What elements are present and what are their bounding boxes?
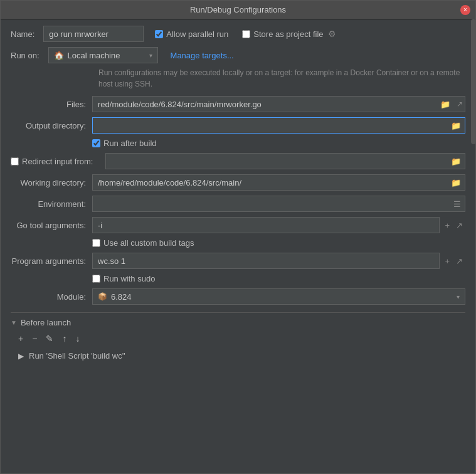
store-project-file-label[interactable]: Store as project file ⚙: [242, 29, 336, 39]
go-tool-input[interactable]: [98, 221, 436, 230]
working-dir-folder-icon[interactable]: 📁: [450, 178, 462, 187]
program-args-row: Program arguments: + ↗: [11, 253, 465, 269]
redirect-label-group: Redirect input from:: [11, 157, 99, 166]
name-label: Name:: [11, 29, 38, 39]
run-after-build-text: Run after build: [103, 139, 157, 148]
files-label: Files:: [11, 100, 92, 109]
run-on-row: Run on: 🏠 Local machine ▾ Manage targets…: [11, 47, 465, 63]
home-icon: 🏠: [54, 51, 64, 60]
run-after-build-checkbox[interactable]: [92, 139, 100, 147]
run-debug-configurations-window: Run/Debug Configurations × Name: Allow p…: [0, 0, 476, 474]
go-tool-add-icon[interactable]: +: [442, 219, 452, 231]
redirect-label: Redirect input from:: [22, 157, 93, 166]
launch-item[interactable]: ▶ Run 'Shell Script 'build wc'': [16, 350, 465, 362]
launch-item-label: Run 'Shell Script 'build wc'': [29, 351, 125, 361]
name-row: Name: Allow parallel run Store as projec…: [11, 26, 465, 42]
environment-input-wrapper[interactable]: ☰: [92, 196, 465, 212]
run-on-label: Run on:: [11, 51, 43, 60]
title-bar: Run/Debug Configurations ×: [1, 1, 475, 19]
redirect-input-wrapper[interactable]: 📁: [105, 153, 465, 169]
custom-build-tags-label[interactable]: Use all custom build tags: [92, 238, 465, 248]
go-tool-btns: + ↗: [442, 219, 465, 231]
before-launch-move-down-btn[interactable]: ↓: [73, 332, 82, 345]
program-args-label: Program arguments:: [11, 256, 92, 266]
name-input[interactable]: [43, 26, 144, 42]
go-tool-expand-icon[interactable]: ↗: [453, 219, 465, 231]
run-on-dropdown[interactable]: 🏠 Local machine ▾: [48, 47, 158, 63]
go-tool-label: Go tool arguments:: [11, 221, 92, 230]
output-dir-label: Output directory:: [11, 121, 92, 130]
output-dir-row: Output directory: 📁: [11, 117, 465, 134]
files-row: Files: 📁 ↗: [11, 96, 465, 112]
allow-parallel-label: Allow parallel run: [166, 29, 228, 39]
dropdown-arrow-icon: ▾: [149, 52, 152, 59]
custom-build-tags-row: Use all custom build tags: [92, 238, 465, 248]
run-after-build-row: Run after build: [92, 139, 465, 148]
before-launch-add-btn[interactable]: +: [16, 332, 26, 345]
working-dir-row: Working directory: 📁: [11, 174, 465, 191]
allow-parallel-checkbox[interactable]: [155, 30, 163, 38]
redirect-input[interactable]: [111, 157, 450, 166]
before-launch-edit-btn[interactable]: ✎: [43, 332, 56, 345]
custom-build-tags-checkbox[interactable]: [92, 239, 100, 247]
custom-build-tags-text: Use all custom build tags: [103, 238, 194, 248]
main-content: Name: Allow parallel run Store as projec…: [1, 19, 475, 473]
working-dir-input[interactable]: [98, 178, 450, 187]
info-text: Run configurations may be executed local…: [17, 67, 465, 90]
program-args-input-wrapper[interactable]: [92, 253, 440, 269]
program-args-add-icon[interactable]: +: [442, 255, 452, 267]
redirect-row: Redirect input from: 📁: [11, 153, 465, 169]
before-launch-remove-btn[interactable]: −: [29, 332, 40, 345]
run-with-sudo-text: Run with sudo: [103, 274, 155, 283]
environment-row: Environment: ☰: [11, 196, 465, 212]
working-dir-input-wrapper[interactable]: 📁: [92, 174, 465, 191]
before-launch-toolbar: + − ✎ ↑ ↓: [16, 332, 465, 345]
output-dir-input-wrapper[interactable]: 📁: [92, 117, 465, 134]
environment-icon[interactable]: ☰: [452, 199, 462, 209]
allow-parallel-checkbox-label[interactable]: Allow parallel run: [155, 29, 228, 39]
environment-label: Environment:: [11, 199, 92, 209]
program-args-expand-icon[interactable]: ↗: [453, 255, 465, 267]
launch-item-icon: ▶: [18, 352, 24, 361]
files-input-wrapper: 📁 ↗: [92, 96, 465, 112]
run-with-sudo-checkbox[interactable]: [92, 275, 100, 283]
run-after-build-label[interactable]: Run after build: [92, 139, 157, 148]
window-title: Run/Debug Configurations: [190, 5, 286, 14]
store-label-text: Store as project file: [253, 29, 323, 39]
files-expand-icon[interactable]: ↗: [457, 100, 463, 108]
scrollbar-thumb[interactable]: [471, 19, 476, 144]
program-args-input[interactable]: [98, 256, 436, 266]
close-button[interactable]: ×: [460, 5, 470, 15]
module-dropdown[interactable]: 📦 6.824 ▾: [92, 288, 465, 305]
module-value: 6.824: [111, 292, 132, 302]
redirect-checkbox[interactable]: [11, 157, 19, 166]
module-row: Module: 📦 6.824 ▾: [11, 288, 465, 305]
environment-input[interactable]: [98, 199, 452, 209]
gear-icon: ⚙: [328, 29, 336, 39]
go-tool-input-wrapper[interactable]: [92, 217, 440, 233]
before-launch-items: ▶ Run 'Shell Script 'build wc'': [16, 350, 465, 362]
before-launch-section: ▼ Before launch + − ✎ ↑ ↓ ▶ Run 'Shell S…: [11, 312, 465, 362]
before-launch-header: ▼ Before launch: [11, 318, 465, 327]
output-dir-input[interactable]: [98, 121, 450, 130]
module-arrow-icon: ▾: [457, 293, 460, 300]
module-icon: 📦: [98, 292, 107, 301]
files-input[interactable]: [92, 96, 465, 112]
module-label: Module:: [11, 292, 92, 302]
program-args-btns: + ↗: [442, 255, 465, 267]
run-with-sudo-label[interactable]: Run with sudo: [92, 274, 465, 283]
files-folder-icon[interactable]: 📁: [440, 100, 450, 109]
redirect-folder-icon[interactable]: 📁: [450, 157, 462, 166]
before-launch-title: Before launch: [21, 318, 71, 327]
run-with-sudo-row: Run with sudo: [92, 274, 465, 283]
before-launch-move-up-btn[interactable]: ↑: [60, 332, 69, 345]
working-dir-label: Working directory:: [11, 178, 92, 187]
go-tool-args-row: Go tool arguments: + ↗: [11, 217, 465, 233]
store-project-file-checkbox[interactable]: [242, 30, 250, 38]
before-launch-arrow-icon[interactable]: ▼: [11, 319, 17, 326]
manage-targets-link[interactable]: Manage targets...: [171, 51, 234, 60]
output-dir-folder-icon[interactable]: 📁: [450, 121, 462, 130]
run-on-value: Local machine: [68, 51, 120, 60]
